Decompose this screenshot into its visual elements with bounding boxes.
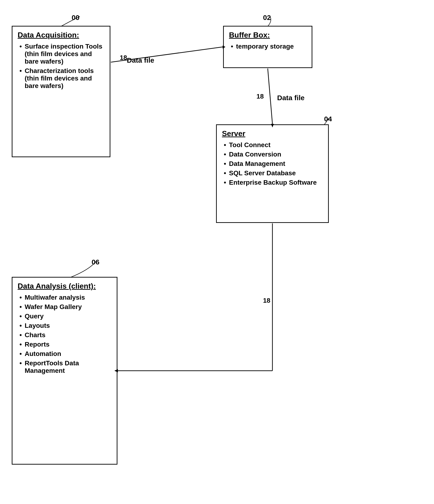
data-analysis-title: Data Analysis (client):: [18, 282, 111, 290]
diagram: 00 Data Acquisition: Surface inspection …: [0, 0, 434, 504]
list-item: Automation: [18, 349, 111, 359]
server-title: Server: [222, 129, 323, 138]
data-acquisition-list: Surface inspection Tools (thin film devi…: [18, 42, 104, 90]
list-item: Data Management: [222, 159, 323, 169]
box-buffer: Buffer Box: temporary storage: [223, 26, 312, 68]
list-item: Multiwafer analysis: [18, 293, 111, 302]
svg-text:18: 18: [263, 297, 270, 304]
list-item: Reports: [18, 340, 111, 349]
ref-00: 00: [72, 14, 79, 22]
buffer-title: Buffer Box:: [229, 31, 306, 39]
buffer-list: temporary storage: [229, 42, 306, 51]
list-item: Enterprise Backup Software: [222, 178, 323, 187]
list-item: Charts: [18, 330, 111, 340]
list-item: SQL Server Database: [222, 169, 323, 178]
list-item: ReportTools Data Management: [18, 359, 111, 375]
data-analysis-list: Multiwafer analysis Wafer Map Gallery Qu…: [18, 293, 111, 375]
list-item: Characterization tools (thin film device…: [18, 66, 104, 90]
list-item: Surface inspection Tools (thin film devi…: [18, 42, 104, 66]
list-item: Data Conversion: [222, 150, 323, 159]
svg-line-3: [268, 69, 272, 124]
data-file-label-1: Data file: [127, 56, 154, 64]
list-item: Layouts: [18, 321, 111, 330]
svg-text:18: 18: [257, 93, 264, 100]
list-item: Tool Connect: [222, 140, 323, 150]
box-server: Server Tool Connect Data Conversion Data…: [216, 124, 329, 223]
ref-04: 04: [324, 115, 332, 123]
list-item: temporary storage: [229, 42, 306, 51]
box-data-analysis: Data Analysis (client): Multiwafer analy…: [12, 277, 117, 465]
ref-02: 02: [263, 14, 271, 22]
list-item: Wafer Map Gallery: [18, 302, 111, 312]
svg-text:18: 18: [120, 54, 127, 61]
box-data-acquisition: Data Acquisition: Surface inspection Too…: [12, 26, 110, 157]
list-item: Query: [18, 312, 111, 321]
data-acquisition-title: Data Acquisition:: [18, 31, 104, 39]
data-file-label-2: Data file: [277, 94, 305, 102]
ref-06: 06: [92, 258, 99, 266]
server-list: Tool Connect Data Conversion Data Manage…: [222, 140, 323, 187]
